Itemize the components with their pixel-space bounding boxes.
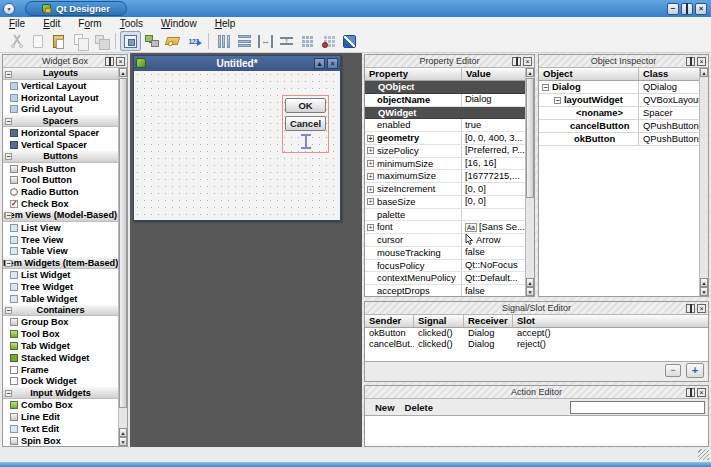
float-panel-button[interactable] — [686, 304, 695, 313]
scroll-up-icon[interactable]: ▲ — [526, 68, 534, 77]
edit-tab-order-button[interactable]: 123 — [183, 31, 204, 51]
widget-item-list-view[interactable]: List View — [3, 222, 118, 234]
scroll-up-icon[interactable]: ▲ — [700, 68, 708, 77]
receiver-column-header[interactable]: Receiver — [464, 315, 513, 327]
delete-action-button[interactable]: Delete — [405, 402, 434, 413]
widget-item-radio-button[interactable]: Radio Button — [3, 186, 118, 198]
object-row-okbutton[interactable]: okButtonQPushButton — [539, 133, 699, 146]
titlebar-tab[interactable]: Qt Designer — [25, 1, 127, 16]
object-row-dialog[interactable]: −DialogQDialog — [539, 81, 699, 94]
collapse-icon[interactable]: − — [5, 153, 12, 160]
signal-column-header[interactable]: Signal — [414, 315, 464, 327]
widget-item-tree-widget[interactable]: Tree Widget — [3, 281, 118, 293]
scroll-up-icon[interactable]: ▲ — [700, 278, 708, 287]
action-editor-header[interactable]: Action Editor × — [365, 386, 708, 399]
widget-item-check-box[interactable]: Check Box — [3, 198, 118, 210]
vertical-spacer-widget[interactable] — [285, 133, 326, 150]
form-maximize-button[interactable]: ▲ — [314, 58, 325, 69]
property-row[interactable]: acceptDropsfalse — [365, 285, 525, 297]
widget-item-tree-view[interactable]: Tree View — [3, 234, 118, 246]
menu-window[interactable]: Window — [152, 17, 206, 30]
widget-item-tool-box[interactable]: Tool Box — [3, 328, 118, 340]
break-layout-button[interactable] — [318, 31, 339, 51]
window-menu-button[interactable]: ▼ — [3, 3, 15, 15]
signal-slot-editor-header[interactable]: Signal/Slot Editor × — [365, 302, 708, 315]
property-row[interactable]: palette — [365, 209, 525, 222]
section-item-views[interactable]: −Item Views (Model-Based) — [3, 210, 118, 222]
sender-column-header[interactable]: Sender — [365, 315, 414, 327]
expand-icon[interactable]: + — [367, 173, 374, 180]
scroll-down-icon[interactable]: ▼ — [700, 287, 708, 296]
copy-button[interactable] — [69, 31, 90, 51]
menu-file[interactable]: File — [0, 17, 34, 30]
widget-item-list-widget[interactable]: List Widget — [3, 269, 118, 281]
menu-edit[interactable]: Edit — [34, 17, 69, 30]
vbox-layout-selection[interactable]: OK Cancel — [282, 95, 329, 153]
object-row-noname[interactable]: <noname>Spacer — [539, 107, 699, 120]
property-row[interactable]: +minimumSize[16, 16] — [365, 158, 525, 171]
remove-connection-button[interactable]: − — [665, 364, 681, 377]
form-titlebar[interactable]: Untitled* ▲ × — [134, 56, 340, 71]
collapse-icon[interactable]: − — [5, 307, 12, 314]
minimize-button[interactable]: − — [667, 3, 679, 15]
property-row[interactable]: +sizeIncrement[0, 0] — [365, 183, 525, 196]
object-row-cancelbutton[interactable]: cancelButtonQPushButton — [539, 120, 699, 133]
widget-item-combo-box[interactable]: Combo Box — [3, 399, 118, 411]
widget-item-line-edit[interactable]: Line Edit — [3, 411, 118, 423]
section-input-widgets[interactable]: −Input Widgets — [3, 387, 118, 399]
widget-item-group-box[interactable]: Group Box — [3, 316, 118, 328]
layout-horizontally-button[interactable] — [213, 31, 234, 51]
property-row[interactable]: enabledtrue — [365, 119, 525, 132]
float-panel-button[interactable] — [686, 57, 695, 66]
ok-button[interactable]: OK — [285, 98, 326, 113]
scroll-up-icon[interactable]: ▲ — [119, 428, 127, 437]
maximize-button[interactable] — [681, 3, 693, 15]
close-button[interactable]: × — [695, 3, 707, 15]
widget-item-tab-widget[interactable]: Tab Widget — [3, 340, 118, 352]
widget-box-scrollbar[interactable]: ▲ ▲ ▼ — [118, 68, 127, 446]
property-row[interactable]: +fontAa[Sans Se... — [365, 221, 525, 234]
widget-item-grid-layout[interactable]: Grid Layout — [3, 103, 118, 115]
close-panel-button[interactable]: × — [116, 57, 125, 66]
connection-row[interactable]: cancelBut... clicked() Dialog reject() — [365, 339, 708, 350]
expand-icon[interactable]: + — [367, 198, 374, 205]
collapse-icon[interactable]: − — [5, 260, 12, 267]
collapse-icon[interactable]: − — [5, 71, 12, 78]
widget-item-vertical-layout[interactable]: Vertical Layout — [3, 80, 118, 92]
property-row[interactable]: +geometry[0, 0, 400, 3... — [365, 132, 525, 145]
widget-item-table-view[interactable]: Table View — [3, 245, 118, 257]
collapse-icon[interactable]: − — [554, 97, 561, 104]
form-close-button[interactable]: × — [327, 58, 338, 69]
scroll-down-icon[interactable]: ▼ — [526, 287, 534, 296]
edit-widgets-button[interactable] — [120, 31, 141, 51]
widget-item-spin-box[interactable]: Spin Box — [3, 435, 118, 447]
float-panel-button[interactable] — [512, 57, 521, 66]
section-layouts[interactable]: −Layouts — [3, 68, 118, 80]
property-row[interactable]: +baseSize[0, 0] — [365, 196, 525, 209]
layout-vertical-splitter-button[interactable]: ↕ — [276, 31, 297, 51]
widget-item-dock-widget[interactable]: Dock Widget — [3, 376, 118, 388]
close-panel-button[interactable]: × — [697, 304, 706, 313]
value-column-header[interactable]: Value — [462, 68, 525, 80]
menu-help[interactable]: Help — [206, 17, 245, 30]
layout-horizontal-splitter-button[interactable]: ↔ — [255, 31, 276, 51]
duplicate-button[interactable] — [90, 31, 111, 51]
edit-buddies-button[interactable] — [162, 31, 183, 51]
scrollbar-thumb[interactable] — [119, 78, 127, 408]
form-window[interactable]: Untitled* ▲ × OK Cancel — [133, 55, 341, 221]
property-row[interactable]: cursorArrow — [365, 234, 525, 247]
widget-item-table-widget[interactable]: Table Widget — [3, 293, 118, 305]
action-filter-input[interactable] — [570, 401, 705, 414]
collapse-icon[interactable]: − — [5, 118, 12, 125]
property-column-header[interactable]: Property — [365, 68, 462, 80]
action-list[interactable] — [365, 415, 708, 446]
expand-icon[interactable]: + — [367, 224, 374, 231]
class-column-header[interactable]: Class — [639, 68, 699, 80]
widget-item-push-button[interactable]: Push Button — [3, 163, 118, 175]
expand-icon[interactable]: + — [367, 186, 374, 193]
section-item-widgets[interactable]: −Item Widgets (Item-Based) — [3, 257, 118, 269]
property-editor-header[interactable]: Property Editor × — [365, 55, 534, 68]
scroll-up-icon[interactable]: ▲ — [119, 68, 127, 77]
property-row[interactable]: mouseTrackingfalse — [365, 247, 525, 260]
layout-vertically-button[interactable] — [234, 31, 255, 51]
